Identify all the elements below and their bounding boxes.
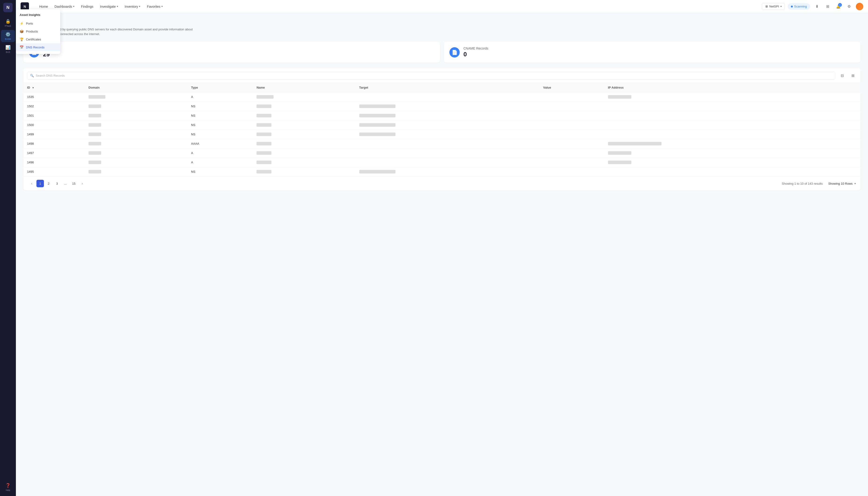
stat-info-cname-records: CNAME Records 0 bbox=[463, 47, 488, 58]
stat-card-cname-records: 📄 CNAME Records 0 bbox=[444, 42, 861, 63]
asset-insights-dropdown: Asset Insights ⚡ Ports 📦 Products 🏆 Cert… bbox=[16, 9, 60, 54]
blurred-value: ████████████████ bbox=[359, 133, 396, 136]
cell-domain: █████ bbox=[85, 139, 187, 149]
cell-ip bbox=[604, 130, 861, 139]
page-btn-15[interactable]: 15 bbox=[70, 180, 78, 187]
cell-domain: █████ bbox=[85, 167, 187, 176]
blurred-value: ██████ bbox=[256, 133, 271, 136]
dropdown-item-products[interactable]: 📦 Products bbox=[16, 27, 60, 35]
cell-ip bbox=[604, 120, 861, 130]
cell-name: ██████ bbox=[253, 149, 355, 158]
blurred-value: ████████████████ bbox=[359, 123, 396, 127]
cell-value bbox=[539, 111, 604, 120]
blurred-value: ████████████████ bbox=[359, 105, 396, 108]
cell-value bbox=[539, 130, 604, 139]
page-btn-3[interactable]: 3 bbox=[53, 180, 61, 187]
cell-id: 1501 bbox=[23, 111, 85, 120]
columns-button[interactable]: ⊞ bbox=[849, 72, 857, 79]
table-row[interactable]: 1497 █████ A ██████ ██████████ bbox=[23, 149, 861, 158]
cell-type: NS bbox=[187, 120, 253, 130]
cell-id: 1496 bbox=[23, 158, 85, 167]
table-row[interactable]: 1495 █████ NS ██████ ████████████████ bbox=[23, 167, 861, 176]
grid-icon: ⊞ bbox=[826, 4, 829, 9]
download-button[interactable]: ⬇ bbox=[813, 3, 821, 11]
inventory-chevron-icon: ▾ bbox=[139, 5, 140, 8]
workspace-selector[interactable]: 🖥 NetSPI ▾ bbox=[762, 3, 785, 10]
notifications-button[interactable]: 🔔 1 bbox=[834, 3, 842, 11]
cell-value bbox=[539, 139, 604, 149]
cell-target bbox=[355, 139, 540, 149]
cell-ip: ██████████ bbox=[604, 149, 861, 158]
blurred-value: █████ bbox=[89, 142, 101, 145]
cell-value bbox=[539, 102, 604, 111]
blurred-value: ██████ bbox=[256, 160, 271, 164]
nav-investigate[interactable]: Investigate ▾ bbox=[97, 3, 121, 10]
nav-findings[interactable]: Findings bbox=[78, 3, 96, 10]
nav-favorites[interactable]: Favorites ▾ bbox=[144, 3, 166, 10]
cell-id: 1498 bbox=[23, 139, 85, 149]
cell-value bbox=[539, 92, 604, 102]
cell-ip: ████████████████████████ bbox=[604, 139, 861, 149]
sidebar-item-bas[interactable]: 📊 BAS bbox=[1, 43, 15, 55]
nav-dashboards[interactable]: Dashboards ▾ bbox=[52, 3, 77, 10]
blurred-value: ██████████ bbox=[608, 95, 631, 99]
sidebar-item-label-bas: BAS bbox=[6, 51, 10, 53]
cell-ip: ██████████ bbox=[604, 92, 861, 102]
cell-target bbox=[355, 158, 540, 167]
sidebar-item-easm[interactable]: ⚙️ EASM bbox=[1, 30, 15, 42]
blurred-value: ██████████ bbox=[608, 151, 631, 155]
cell-target: ████████████████ bbox=[355, 167, 540, 176]
table-row[interactable]: 1499 █████ NS ██████ ████████████████ bbox=[23, 130, 861, 139]
settings-icon: ⚙ bbox=[848, 4, 851, 9]
table-row[interactable]: 1498 █████ AAAA ██████ █████████████████… bbox=[23, 139, 861, 149]
page-btn-2[interactable]: 2 bbox=[45, 180, 52, 187]
rows-selector[interactable]: Showing 10 Rows ▾ bbox=[828, 182, 856, 185]
cell-type: NS bbox=[187, 130, 253, 139]
table-row[interactable]: 1500 █████ NS ██████ ████████████████ bbox=[23, 120, 861, 130]
nav-inventory[interactable]: Inventory ▾ bbox=[122, 3, 143, 10]
filter-button[interactable]: ⊟ bbox=[838, 72, 846, 79]
search-box[interactable]: 🔍 Search DNS Records bbox=[27, 72, 835, 79]
grid-button[interactable]: ⊞ bbox=[824, 3, 832, 11]
table-toolbar: 🔍 Search DNS Records ⊟ ⊞ bbox=[23, 68, 861, 83]
col-header-ip: IP Address bbox=[604, 83, 861, 92]
cell-name: ██████ bbox=[253, 102, 355, 111]
dropdown-item-certificates[interactable]: 🏆 Certificates bbox=[16, 35, 60, 43]
stat-value-cname-records: 0 bbox=[463, 51, 488, 58]
pagination-controls: ‹ 1 2 3 ... 15 › bbox=[28, 180, 86, 187]
cell-name: ██████ bbox=[253, 158, 355, 167]
sidebar-item-ptaas[interactable]: 🔒 PTaaS bbox=[1, 17, 15, 29]
table-row[interactable]: 1502 █████ NS ██████ ████████████████ bbox=[23, 102, 861, 111]
scanning-badge[interactable]: Scanning bbox=[788, 3, 810, 10]
cell-id: 1499 bbox=[23, 130, 85, 139]
dns-records-table: ID ▼ Domain Type Name Target Value IP Ad… bbox=[23, 83, 861, 176]
dropdown-item-dns-records[interactable]: 📅 DNS Records bbox=[16, 43, 60, 51]
next-page-button[interactable]: › bbox=[79, 180, 86, 187]
prev-page-button[interactable]: ‹ bbox=[28, 180, 35, 187]
cell-target bbox=[355, 92, 540, 102]
sidebar-item-help[interactable]: ❓ Help bbox=[1, 481, 15, 493]
table-row[interactable]: 1496 █████ A ██████ ██████████ bbox=[23, 158, 861, 167]
page-btn-1[interactable]: 1 bbox=[36, 180, 44, 187]
blurred-value: █████ bbox=[89, 160, 101, 164]
cell-value bbox=[539, 158, 604, 167]
cell-ip: ██████████ bbox=[604, 158, 861, 167]
workspace-label: NetSPI bbox=[769, 5, 779, 8]
sidebar-logo[interactable]: N bbox=[3, 3, 13, 12]
page-ellipsis: ... bbox=[62, 180, 69, 187]
rows-chevron-icon: ▾ bbox=[854, 182, 856, 185]
stats-row: 📄 A Records 29 📄 CNAME Records 0 bbox=[23, 42, 861, 63]
topnav-items: Home Dashboards ▾ Findings Investigate ▾… bbox=[36, 3, 756, 10]
user-avatar[interactable] bbox=[856, 3, 863, 10]
cell-name: ██████ bbox=[253, 139, 355, 149]
table-row[interactable]: 1535 ███████ A ███████ ██████████ bbox=[23, 92, 861, 102]
scanning-label: Scanning bbox=[794, 5, 807, 8]
settings-button[interactable]: ⚙ bbox=[845, 3, 853, 11]
sort-icon: ▼ bbox=[32, 87, 34, 89]
blurred-value: ██████████ bbox=[608, 160, 631, 164]
col-header-id[interactable]: ID ▼ bbox=[23, 83, 85, 92]
dropdown-item-ports[interactable]: ⚡ Ports bbox=[16, 19, 60, 27]
col-header-target: Target bbox=[355, 83, 540, 92]
nav-home[interactable]: Home bbox=[36, 3, 51, 10]
table-row[interactable]: 1501 █████ NS ██████ ████████████████ bbox=[23, 111, 861, 120]
